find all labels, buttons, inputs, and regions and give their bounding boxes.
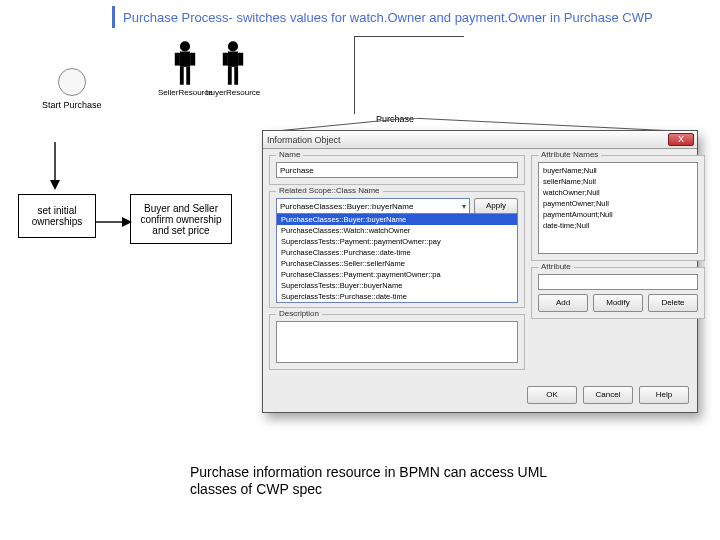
name-input[interactable]: Purchase bbox=[276, 162, 518, 178]
name-group: Name Purchase bbox=[269, 155, 525, 185]
svg-rect-9 bbox=[238, 53, 243, 66]
list-item[interactable]: paymentAmount;Null bbox=[541, 209, 695, 220]
combo-value: PurchaseClasses::Buyer::buyerName bbox=[280, 202, 413, 211]
actor-seller: SellerResource bbox=[158, 40, 213, 97]
description-textarea[interactable] bbox=[276, 321, 518, 363]
task-set-initial: set initial ownerships bbox=[18, 194, 96, 238]
task-text: set initial ownerships bbox=[25, 205, 89, 227]
start-event: Start Purchase bbox=[42, 68, 102, 110]
description-group: Description bbox=[269, 314, 525, 370]
information-object-dialog: Information Object X Name Purchase Relat… bbox=[262, 130, 698, 413]
svg-rect-11 bbox=[234, 67, 238, 85]
start-circle-icon bbox=[58, 68, 86, 96]
attribute-group: Attribute Add Modify Delete bbox=[531, 267, 705, 319]
slide-title: Purchase Process- switches values for wa… bbox=[112, 6, 714, 28]
dialog-footer: OK Cancel Help bbox=[263, 382, 697, 412]
start-label: Start Purchase bbox=[42, 100, 102, 110]
scope-dropdown-list[interactable]: PurchaseClasses::Buyer::buyerName Purcha… bbox=[276, 213, 518, 303]
apply-button[interactable]: Apply bbox=[474, 198, 518, 214]
svg-rect-2 bbox=[175, 53, 180, 66]
dropdown-option[interactable]: PurchaseClasses::Seller::sellerName bbox=[277, 258, 517, 269]
dropdown-option[interactable]: SuperclassTests::Buyer::buyerName bbox=[277, 280, 517, 291]
sequence-flow-right bbox=[96, 214, 132, 232]
svg-rect-7 bbox=[228, 52, 238, 67]
svg-marker-15 bbox=[122, 217, 132, 227]
group-label: Attribute Names bbox=[538, 150, 601, 159]
svg-marker-13 bbox=[50, 180, 60, 190]
attribute-listbox[interactable]: buyerName;Null sellerName;Null watchOwne… bbox=[538, 162, 698, 254]
list-item[interactable]: buyerName;Null bbox=[541, 165, 695, 176]
help-button[interactable]: Help bbox=[639, 386, 689, 404]
list-item[interactable]: date-time;Null bbox=[541, 220, 695, 231]
dropdown-option[interactable]: PurchaseClasses::Payment::paymentOwner::… bbox=[277, 269, 517, 280]
dropdown-option[interactable]: SuperclassTests::Payment::paymentOwner::… bbox=[277, 236, 517, 247]
actor-label: SellerResource bbox=[158, 88, 213, 97]
dropdown-option[interactable]: PurchaseClasses::Watch::watchOwner bbox=[277, 225, 517, 236]
list-item[interactable]: watchOwner;Null bbox=[541, 187, 695, 198]
svg-rect-3 bbox=[190, 53, 195, 66]
group-label: Description bbox=[276, 309, 322, 318]
dropdown-option[interactable]: PurchaseClasses::Purchase::date-time bbox=[277, 247, 517, 258]
group-label: Name bbox=[276, 150, 303, 159]
ok-button[interactable]: OK bbox=[527, 386, 577, 404]
task-text: Buyer and Seller confirm ownership and s… bbox=[137, 203, 225, 236]
actor-label: buyerResource bbox=[206, 88, 260, 97]
svg-rect-5 bbox=[187, 67, 191, 85]
modify-button[interactable]: Modify bbox=[593, 294, 643, 312]
svg-rect-10 bbox=[228, 67, 232, 85]
svg-point-6 bbox=[228, 41, 238, 51]
sequence-flow-down bbox=[54, 142, 56, 182]
pool-border bbox=[354, 36, 464, 114]
task-confirm: Buyer and Seller confirm ownership and s… bbox=[130, 194, 232, 244]
list-item[interactable]: sellerName;Null bbox=[541, 176, 695, 187]
svg-rect-8 bbox=[223, 53, 228, 66]
scope-group: Related Scope::Class Name PurchaseClasse… bbox=[269, 191, 525, 308]
svg-rect-4 bbox=[180, 67, 184, 85]
cancel-button[interactable]: Cancel bbox=[583, 386, 633, 404]
attribute-names-group: Attribute Names buyerName;Null sellerNam… bbox=[531, 155, 705, 261]
svg-point-0 bbox=[180, 41, 190, 51]
add-button[interactable]: Add bbox=[538, 294, 588, 312]
dropdown-option[interactable]: SuperclassTests::Purchase::date-time bbox=[277, 291, 517, 302]
close-button[interactable]: X bbox=[668, 133, 694, 146]
group-label: Attribute bbox=[538, 262, 574, 271]
actor-buyer: buyerResource bbox=[206, 40, 260, 97]
list-item[interactable]: paymentOwner;Null bbox=[541, 198, 695, 209]
group-label: Related Scope::Class Name bbox=[276, 186, 383, 195]
attribute-input[interactable] bbox=[538, 274, 698, 290]
svg-rect-1 bbox=[180, 52, 190, 67]
slide-caption: Purchase information resource in BPMN ca… bbox=[190, 464, 570, 498]
scope-combobox[interactable]: PurchaseClasses::Buyer::buyerName bbox=[276, 198, 470, 214]
delete-button[interactable]: Delete bbox=[648, 294, 698, 312]
dialog-title: Information Object bbox=[267, 135, 341, 145]
dropdown-option[interactable]: PurchaseClasses::Buyer::buyerName bbox=[277, 214, 517, 225]
dialog-titlebar[interactable]: Information Object X bbox=[263, 131, 697, 149]
